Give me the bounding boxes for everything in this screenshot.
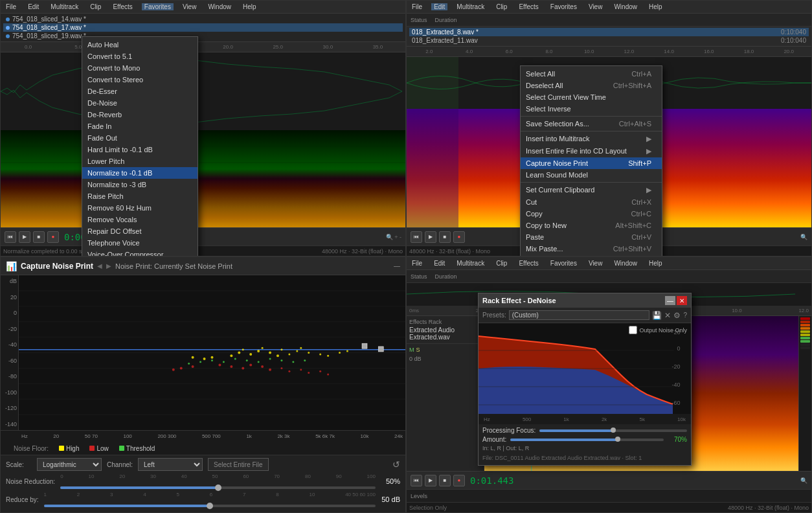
presets-save-icon[interactable]: 💾 xyxy=(652,311,662,320)
presets-value[interactable]: (Custom) xyxy=(509,310,650,320)
menu-multitrack-q4[interactable]: Multitrack xyxy=(454,260,487,267)
file-item-q2[interactable]: 018_Extracted_8.wav * 0:10:040 xyxy=(409,28,809,36)
ctx-convert-stereo[interactable]: Convert to Stereo xyxy=(82,74,197,86)
file-item[interactable]: 754_018_sliced_19.wav * xyxy=(3,32,403,40)
rewind-button-q4[interactable]: ⏮ xyxy=(411,475,422,486)
menu-view-q2[interactable]: View xyxy=(586,3,605,10)
menu-window-q2[interactable]: Window xyxy=(611,3,640,10)
ctx-convert-5-1[interactable]: Convert to 5.1 xyxy=(82,51,197,62)
menu-favorites-q4[interactable]: Favorites xyxy=(548,260,580,267)
menu-favorites-q2[interactable]: Favorites xyxy=(548,3,580,10)
ctx-insert-cd[interactable]: Insert Entire File into CD Layout▶ xyxy=(521,145,662,157)
ctx-lower-pitch[interactable]: Lower Pitch xyxy=(82,155,197,167)
menu-file-q2[interactable]: File xyxy=(409,3,425,10)
menu-effects-q4[interactable]: Effects xyxy=(516,260,541,267)
play-button-q2[interactable]: ▶ xyxy=(425,231,436,243)
ctx-convert-mono[interactable]: Convert to Mono xyxy=(82,62,197,74)
file-item-q2[interactable]: 018_Extracted_11.wav 0:10:040 xyxy=(409,36,809,45)
reduce-by-slider-container[interactable]: 1 2 3 4 5 6 7 8 10 40 50 60 100 xyxy=(44,492,376,507)
ctx-de-reverb[interactable]: De-Reverb xyxy=(82,109,197,120)
denoise-close-button[interactable]: ✕ xyxy=(677,296,687,305)
ctx-voiceover[interactable]: Voice-Over Compressor xyxy=(82,249,197,256)
amount-slider[interactable] xyxy=(510,439,664,441)
ctx-deselect-all[interactable]: Deselect AllCtrl+Shift+A xyxy=(521,80,662,91)
ctx-cut[interactable]: CutCtrl+X xyxy=(521,196,662,208)
menu-file-q4[interactable]: File xyxy=(409,260,425,267)
menu-effects-q2[interactable]: Effects xyxy=(516,3,541,10)
processing-focus-slider[interactable] xyxy=(539,429,687,432)
menu-edit[interactable]: Edit xyxy=(25,3,41,10)
rewind-button[interactable]: ⏮ xyxy=(5,231,16,243)
presets-settings-icon[interactable]: ⚙ xyxy=(673,311,681,320)
menu-view-q4[interactable]: View xyxy=(586,260,605,267)
channel-dropdown[interactable]: Left Right Both xyxy=(138,458,203,471)
ctx-normalize-3[interactable]: Normalize to -3 dB xyxy=(82,179,197,190)
menu-help[interactable]: Help xyxy=(240,3,259,10)
ctx-fade-out[interactable]: Fade Out xyxy=(82,132,197,144)
ctx-fade-in[interactable]: Fade In xyxy=(82,120,197,132)
ctx-raise-pitch[interactable]: Raise Pitch xyxy=(82,190,197,202)
ctx-select-all[interactable]: Select AllCtrl+A xyxy=(521,68,662,80)
menu-edit-q4[interactable]: Edit xyxy=(431,260,447,267)
ctx-de-esser[interactable]: De-Esser xyxy=(82,86,197,97)
ctx-remove-vocals[interactable]: Remove Vocals xyxy=(82,214,197,225)
stop-button-q2[interactable]: ■ xyxy=(439,231,451,243)
menu-file[interactable]: File xyxy=(3,3,19,10)
ctx-copy[interactable]: CopyCtrl+C xyxy=(521,208,662,220)
menu-help-q4[interactable]: Help xyxy=(646,260,665,267)
ctx-insert-multitrack[interactable]: Insert into Multitrack▶ xyxy=(521,133,662,145)
help-icon[interactable]: ? xyxy=(683,312,687,319)
solo-button-q4[interactable]: S xyxy=(416,347,420,353)
minimize-button[interactable]: — xyxy=(394,262,400,269)
select-file-button[interactable]: Select Entire File xyxy=(208,458,269,471)
menu-multitrack-q2[interactable]: Multitrack xyxy=(454,3,487,10)
ctx-de-noise[interactable]: De-Noise xyxy=(82,97,197,109)
menu-multitrack[interactable]: Multitrack xyxy=(48,3,81,10)
ctx-sep xyxy=(521,131,662,131)
menu-view[interactable]: View xyxy=(180,3,199,10)
file-item-active[interactable]: 754_018_sliced_17.wav * xyxy=(3,23,403,32)
stop-button[interactable]: ■ xyxy=(33,231,45,243)
menu-window-q4[interactable]: Window xyxy=(611,260,640,267)
ctx-auto-heal[interactable]: Auto Heal xyxy=(82,39,197,51)
stop-button-q4[interactable]: ■ xyxy=(439,475,451,486)
play-button-q4[interactable]: ▶ xyxy=(425,475,436,486)
denoise-minimize[interactable]: — xyxy=(665,296,675,305)
ctx-copy-new[interactable]: Copy to NewAlt+Shift+C xyxy=(521,220,662,231)
reset-button[interactable]: ↺ xyxy=(392,459,400,470)
ctx-capture-noise-print[interactable]: Capture Noise PrintShift+P xyxy=(521,157,662,169)
ctx-hard-limit[interactable]: Hard Limit to -0.1 dB xyxy=(82,144,197,155)
mute-button-q4[interactable]: M xyxy=(409,347,414,353)
noise-chart-svg xyxy=(19,275,405,430)
menu-help-q2[interactable]: Help xyxy=(646,3,665,10)
menu-clip-q2[interactable]: Clip xyxy=(493,3,510,10)
record-button[interactable]: ● xyxy=(47,231,59,243)
menu-clip[interactable]: Clip xyxy=(87,3,104,10)
play-button[interactable]: ▶ xyxy=(19,231,30,243)
file-item[interactable]: 754_018_sliced_14.wav * xyxy=(3,15,403,23)
menu-effects[interactable]: Effects xyxy=(110,3,135,10)
ctx-select-inverse[interactable]: Select Inverse xyxy=(521,103,662,115)
timeline-ruler-q1: 0.0 5.0 10.0 15.0 20.0 25.0 30.0 35.0 xyxy=(1,42,405,52)
ctx-learn-sound-model[interactable]: Learn Sound Model xyxy=(521,169,662,181)
ctx-remove-60hz[interactable]: Remove 60 Hz Hum xyxy=(82,202,197,214)
ctx-save-selection[interactable]: Save Selection As...Ctrl+Alt+S xyxy=(521,118,662,130)
noise-reduction-slider-container[interactable]: 0 10 20 30 40 50 60 70 80 90 100 xyxy=(60,473,376,489)
ctx-paste[interactable]: PasteCtrl+V xyxy=(521,231,662,243)
record-button-q2[interactable]: ● xyxy=(453,231,465,243)
ctx-mix-paste[interactable]: Mix Paste...Ctrl+Shift+V xyxy=(521,243,662,255)
ctx-set-clipboard[interactable]: Set Current Clipboard▶ xyxy=(521,184,662,196)
ctx-normalize-01[interactable]: Normalize to -0.1 dB xyxy=(82,167,197,179)
menu-window[interactable]: Window xyxy=(205,3,234,10)
menu-favorites[interactable]: Favorites xyxy=(142,3,174,10)
menu-edit-q2[interactable]: Edit xyxy=(431,3,447,10)
ctx-repair-dc[interactable]: Repair DC Offset xyxy=(82,225,197,237)
output-noise-checkbox[interactable] xyxy=(629,326,637,334)
menu-clip-q4[interactable]: Clip xyxy=(493,260,510,267)
record-button-q4[interactable]: ● xyxy=(453,475,465,486)
ctx-telephone[interactable]: Telephone Voice xyxy=(82,237,197,249)
presets-delete-icon[interactable]: ✕ xyxy=(664,311,671,320)
ctx-select-view-time[interactable]: Select Current View Time xyxy=(521,91,662,103)
rewind-button-q2[interactable]: ⏮ xyxy=(411,231,422,243)
scale-dropdown[interactable]: Logarithmic Linear xyxy=(37,458,102,471)
